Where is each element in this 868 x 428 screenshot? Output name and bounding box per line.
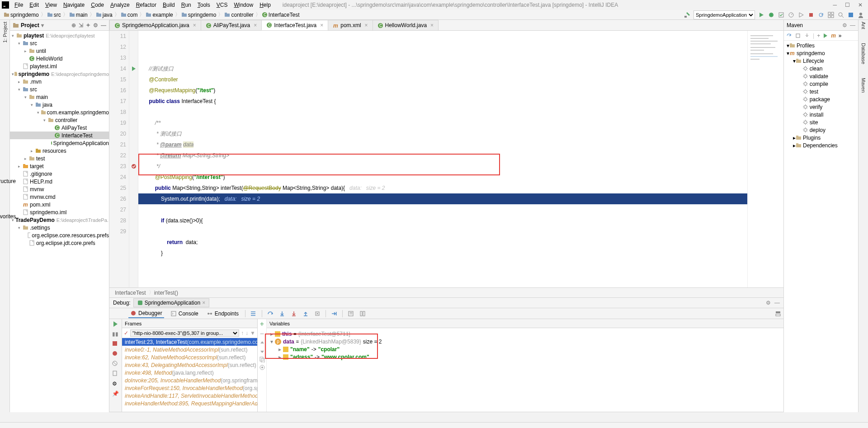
breadcrumb-item[interactable]: java bbox=[96, 12, 113, 18]
close-tab-icon[interactable]: × bbox=[320, 22, 323, 28]
debug-settings-icon[interactable]: ⚙ bbox=[766, 300, 771, 306]
maven-node[interactable]: compile bbox=[785, 80, 857, 88]
expand-all-icon[interactable]: ⇲ bbox=[79, 22, 83, 28]
editor-tab[interactable]: cHellowWorld.java× bbox=[373, 20, 439, 30]
copy-icon[interactable] bbox=[259, 356, 265, 362]
close-button[interactable]: ✕ bbox=[858, 2, 863, 8]
step-out-icon[interactable] bbox=[302, 310, 309, 317]
run-config-select[interactable]: SpringdemoApplication bbox=[693, 10, 755, 19]
menu-navigate[interactable]: Navigate bbox=[61, 1, 87, 9]
stack-frame[interactable]: invoke:43, DelegatingMethodAccessorImpl … bbox=[122, 361, 257, 369]
tree-node[interactable]: org.eclipse.jdt.core.prefs bbox=[10, 239, 109, 247]
maven-node[interactable]: install bbox=[785, 111, 857, 118]
side-tab[interactable]: Ant bbox=[861, 22, 866, 29]
menu-vcs[interactable]: VCS bbox=[214, 1, 231, 9]
editor-crumb-method[interactable]: interTest() bbox=[154, 290, 178, 296]
tree-node[interactable]: ▾main bbox=[10, 93, 109, 101]
tree-node[interactable]: mvnw.cmd bbox=[10, 193, 109, 201]
layout-icon[interactable] bbox=[774, 310, 782, 317]
variable-row[interactable]: ▸ this = {InterfaceTest@5711} bbox=[269, 330, 782, 338]
force-step-into-icon[interactable] bbox=[290, 310, 297, 317]
update-icon[interactable] bbox=[817, 11, 825, 19]
tab-endpoints[interactable]: Endpoints bbox=[205, 310, 241, 318]
maven-node[interactable]: test bbox=[785, 88, 857, 95]
tree-node[interactable]: cSpringdemoApplication bbox=[10, 139, 109, 147]
tree-node[interactable]: ▸target bbox=[10, 162, 109, 170]
tree-node[interactable]: ▾src bbox=[10, 85, 109, 93]
maven-node[interactable]: deploy bbox=[785, 126, 857, 134]
maven-node[interactable]: ▾Lifecycle bbox=[785, 57, 857, 65]
menu-window[interactable]: Window bbox=[231, 1, 256, 9]
close-tab-icon[interactable]: × bbox=[430, 22, 434, 28]
tree-node[interactable]: playtest.iml bbox=[10, 62, 109, 70]
tree-node[interactable]: ▾.settings bbox=[10, 224, 109, 231]
side-tab[interactable]: Database bbox=[861, 43, 866, 64]
select-opened-icon[interactable]: ⊕ bbox=[71, 22, 76, 28]
menu-file[interactable]: File bbox=[12, 1, 26, 9]
tree-node[interactable]: cInterfaceTest bbox=[10, 132, 109, 139]
remove-watch-icon[interactable]: − bbox=[260, 330, 264, 338]
tree-node[interactable]: org.eclipse.core.resources.prefs bbox=[10, 231, 109, 239]
stop2-icon[interactable] bbox=[112, 341, 119, 348]
close-tab-icon[interactable]: × bbox=[254, 22, 257, 28]
side-tab[interactable]: 2: Favorites bbox=[0, 207, 16, 220]
avatar-icon[interactable] bbox=[857, 11, 864, 19]
attach-icon[interactable] bbox=[797, 11, 805, 19]
tree-node[interactable]: ▾controller bbox=[10, 116, 109, 124]
coverage-icon[interactable] bbox=[778, 11, 785, 19]
tree-node[interactable]: mvnw bbox=[10, 185, 109, 193]
thread-select[interactable]: "http-nio-8080-exec-3"@5,307 in group... bbox=[130, 329, 239, 337]
run-to-cursor-icon[interactable] bbox=[330, 310, 338, 317]
tree-node[interactable]: ▾TradePayDemoE:\ideaproject\TradePa... bbox=[10, 216, 109, 224]
tree-node[interactable]: mpom.xml bbox=[10, 201, 109, 208]
menu-refactor[interactable]: Refactor bbox=[133, 1, 159, 9]
editor-crumb-class[interactable]: InterfaceTest bbox=[115, 290, 146, 296]
breadcrumb-item[interactable]: example bbox=[146, 12, 173, 18]
maven-generate-icon[interactable] bbox=[795, 33, 801, 39]
menu-run[interactable]: Run bbox=[179, 1, 194, 9]
maven-hide-icon[interactable]: — bbox=[850, 22, 855, 28]
hide-icon[interactable]: — bbox=[101, 22, 106, 28]
run-icon[interactable] bbox=[758, 11, 765, 19]
maven-node[interactable]: ▾Profiles bbox=[785, 42, 857, 49]
profile-icon[interactable] bbox=[788, 11, 795, 19]
maven-node[interactable]: site bbox=[785, 118, 857, 126]
tab-console[interactable]: Console bbox=[169, 310, 200, 318]
trace-icon[interactable] bbox=[359, 310, 366, 317]
editor-tab[interactable]: mpom.xml× bbox=[328, 20, 373, 30]
tree-node[interactable]: ▸test bbox=[10, 155, 109, 162]
add-watch-icon[interactable]: + bbox=[260, 320, 264, 328]
menu-analyze[interactable]: Analyze bbox=[108, 1, 132, 9]
stack-frame[interactable]: invokeForRequest:150, InvocableHandlerMe… bbox=[122, 384, 257, 392]
minimize-button[interactable]: ─ bbox=[833, 2, 837, 8]
gear-icon[interactable]: ⚙ bbox=[93, 22, 98, 28]
resume-icon[interactable]: ▮▮ bbox=[112, 331, 119, 338]
menu-view[interactable]: View bbox=[42, 1, 60, 9]
frame-up-icon[interactable]: ↑ bbox=[241, 330, 244, 336]
side-tab[interactable]: 7: Structure bbox=[0, 172, 16, 184]
build-icon[interactable] bbox=[684, 11, 691, 19]
debug-icon[interactable] bbox=[768, 11, 775, 19]
search-icon[interactable] bbox=[827, 11, 835, 19]
breadcrumb-item[interactable]: cInterfaceTest bbox=[262, 12, 300, 18]
variable-row[interactable]: ▸ "name" -> "cpolar" bbox=[269, 345, 782, 353]
maven-download-icon[interactable] bbox=[804, 33, 810, 39]
collapse-icon[interactable]: ✦ bbox=[86, 22, 90, 28]
tree-node[interactable]: ▾springdemoE:\ideaproject\springdemo bbox=[10, 70, 109, 78]
stack-frame[interactable]: invokeHandlerMethod:895, RequestMappingH… bbox=[122, 400, 257, 407]
maven-node[interactable]: ▾mspringdemo bbox=[785, 49, 857, 57]
menu-edit[interactable]: Edit bbox=[27, 1, 42, 9]
show-watches-icon[interactable] bbox=[259, 364, 265, 371]
breadcrumb-item[interactable]: controller bbox=[224, 12, 253, 18]
rerun-icon[interactable] bbox=[112, 321, 119, 328]
stack-frame[interactable]: interTest:23, InterfaceTest (com.example… bbox=[122, 338, 257, 346]
debug-config-tab[interactable]: SpringdemoApplication × bbox=[133, 298, 209, 307]
tree-node[interactable]: ▸.mvn bbox=[10, 78, 109, 85]
breadcrumb-item[interactable]: main bbox=[69, 12, 88, 18]
editor-tab[interactable]: cInterfaceTest.java× bbox=[261, 20, 328, 30]
stack-frame[interactable]: invoke:62, NativeMethodAccessorImpl (sun… bbox=[122, 353, 257, 361]
menu-build[interactable]: Build bbox=[160, 1, 178, 9]
filter-icon[interactable]: ▼ bbox=[250, 330, 255, 336]
step-over-icon[interactable] bbox=[267, 310, 274, 317]
editor-tab[interactable]: cSpringdemoApplication.java× bbox=[109, 20, 201, 30]
